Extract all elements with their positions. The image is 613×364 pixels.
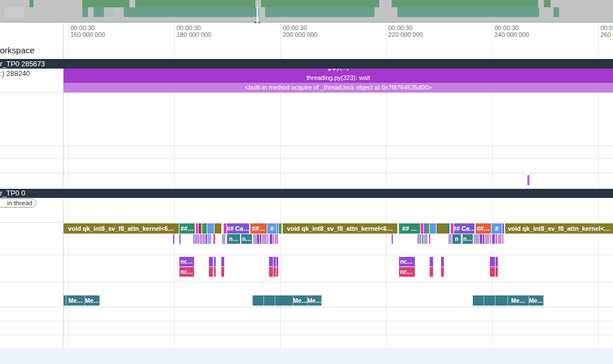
process-header-1[interactable]: r_TP0 285673: [0, 59, 613, 69]
me-slice[interactable]: Me…: [293, 295, 308, 306]
nc-slice-bottom[interactable]: [274, 267, 276, 277]
me-slice[interactable]: [484, 295, 496, 306]
gpu-subslice[interactable]: [222, 234, 225, 244]
gpu-subslice[interactable]: [485, 234, 489, 244]
gpu-slice[interactable]: [215, 223, 221, 234]
gpu-slice[interactable]: [207, 223, 214, 234]
nc-slice-top[interactable]: [209, 257, 213, 266]
gpu-subslice[interactable]: [498, 234, 502, 244]
me-slice[interactable]: Me…: [508, 295, 529, 306]
gpu-subslice[interactable]: [202, 234, 206, 244]
gpu-slice[interactable]: ##…: [179, 223, 195, 234]
gpu-slice[interactable]: void qk_int8_sv_f8_attn_kernel<…: [505, 223, 613, 234]
gpu-subslice[interactable]: [496, 234, 497, 244]
gpu-subslice[interactable]: [483, 234, 484, 244]
gpu-slice[interactable]: ## …: [399, 223, 420, 234]
gpu-slice[interactable]: [196, 223, 198, 234]
nc-slice-top[interactable]: nc…: [179, 257, 194, 266]
gpu-slice[interactable]: [447, 223, 450, 234]
gpu-subslice[interactable]: [179, 234, 180, 244]
small-marker-slice[interactable]: [527, 175, 530, 185]
nc-slice-bottom[interactable]: [490, 267, 495, 277]
nc-slice-bottom[interactable]: [209, 267, 213, 277]
gpu-subslice[interactable]: [262, 234, 267, 244]
nc-slice-bottom[interactable]: [214, 267, 216, 277]
me-slice[interactable]: [264, 295, 275, 306]
nc-slice-top[interactable]: [430, 257, 433, 266]
gpu-subslice[interactable]: [193, 234, 200, 244]
gpu-subslice[interactable]: [253, 234, 257, 244]
gpu-subslice[interactable]: [448, 234, 452, 244]
gpu-slice[interactable]: ##…: [476, 223, 491, 234]
gpu-slice[interactable]: ##…: [250, 223, 267, 234]
nc-slice-bottom[interactable]: [496, 267, 498, 277]
nc-slice-top[interactable]: [441, 257, 444, 266]
gpu-subslice[interactable]: [502, 234, 503, 244]
gpu-subslice[interactable]: [392, 234, 393, 244]
nc-slice-bottom[interactable]: [276, 267, 278, 277]
python-slice-acquire[interactable]: <built-in method acquire of _thread.lock…: [64, 83, 613, 92]
gpu-slice[interactable]: [204, 223, 207, 234]
gpu-subslice[interactable]: [492, 234, 495, 244]
gpu-subslice[interactable]: n: [452, 234, 461, 244]
gpu-slice[interactable]: [451, 223, 454, 234]
gpu-slice[interactable]: [279, 223, 282, 234]
gpu-subslice[interactable]: [257, 234, 259, 244]
gpu-slice[interactable]: void qk_int8_sv_f8_attn_kernel<6…: [283, 223, 397, 234]
me-slice[interactable]: Me…: [85, 295, 100, 306]
gpu-subslice[interactable]: n…: [241, 234, 252, 244]
time-ruler[interactable]: 00:00:30160 000 00000:00:30180 000 00000…: [0, 23, 613, 58]
nc-slice-top[interactable]: [274, 257, 276, 266]
nc-slice-top[interactable]: nc…: [399, 257, 415, 266]
gpu-subslice[interactable]: [474, 234, 479, 244]
nc-slice-bottom[interactable]: nc…: [179, 267, 194, 277]
gpu-subslice[interactable]: [206, 234, 207, 244]
process-header-2[interactable]: r_TP0 0: [0, 189, 613, 198]
gpu-slice[interactable]: [430, 223, 436, 234]
gpu-slice[interactable]: [277, 223, 278, 234]
python-slice-clipped[interactable]: g.py(...): [64, 69, 613, 73]
gpu-subslice[interactable]: [424, 234, 427, 244]
gpu-slice[interactable]: [436, 223, 447, 234]
gpu-subslice[interactable]: [173, 234, 174, 244]
me-slice[interactable]: [253, 295, 264, 306]
gpu-subslice[interactable]: [422, 234, 423, 244]
nc-slice-top[interactable]: [269, 257, 273, 266]
gpu-slice[interactable]: [224, 223, 226, 234]
gpu-subslice[interactable]: [260, 234, 261, 244]
gpu-subslice[interactable]: n…: [463, 234, 473, 244]
gpu-subslice[interactable]: [273, 234, 274, 244]
gpu-slice[interactable]: [421, 223, 423, 234]
nc-slice-bottom[interactable]: [430, 267, 433, 277]
nc-slice-bottom[interactable]: nc…: [399, 267, 415, 277]
gpu-slice[interactable]: ## Ca…: [227, 223, 249, 234]
nc-slice-top[interactable]: [214, 257, 216, 266]
gpu-subslice[interactable]: [267, 234, 268, 244]
me-slice[interactable]: Me…: [308, 295, 322, 306]
thread-label-288240[interactable]: :) 288240: [0, 70, 30, 78]
me-slice[interactable]: Me…: [529, 295, 544, 306]
gpu-slice[interactable]: [502, 223, 504, 234]
gpu-slice[interactable]: [426, 223, 429, 234]
gpu-subslice[interactable]: [490, 234, 491, 244]
python-slice-wait[interactable]: threading.py(323): wait: [64, 73, 613, 83]
me-slice[interactable]: Me…: [66, 295, 85, 306]
nc-slice-top[interactable]: [490, 257, 495, 266]
gpu-subslice[interactable]: [417, 234, 422, 244]
gpu-slice[interactable]: #: [492, 223, 502, 234]
nc-slice-bottom[interactable]: [441, 267, 444, 277]
main-thread-pill[interactable]: in thread: [0, 198, 36, 208]
nc-slice-top[interactable]: [221, 257, 224, 266]
gpu-subslice[interactable]: [213, 234, 215, 244]
gpu-subslice[interactable]: [480, 234, 482, 244]
gpu-subslice[interactable]: [200, 234, 201, 244]
gpu-slice[interactable]: #: [267, 223, 276, 234]
minimap-cursor-line[interactable]: [257, 7, 258, 24]
me-slice[interactable]: [496, 295, 508, 306]
gpu-slice[interactable]: [200, 223, 201, 234]
gpu-subslice[interactable]: [270, 234, 272, 244]
gpu-slice[interactable]: void qk_int8_sv_f8_attn_kernel<6…: [64, 223, 179, 234]
me-slice[interactable]: [275, 295, 293, 306]
gpu-subslice[interactable]: [208, 234, 211, 244]
gpu-subslice[interactable]: [275, 234, 278, 244]
